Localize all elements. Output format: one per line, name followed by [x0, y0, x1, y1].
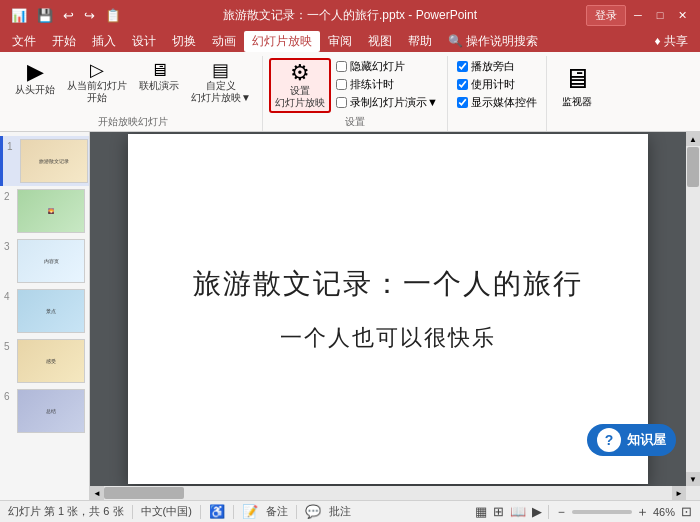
menu-view[interactable]: 视图: [360, 31, 400, 52]
zoom-slider[interactable]: [572, 510, 632, 514]
title-bar-controls: 登录 ─ □ ✕: [586, 5, 692, 26]
save-icon[interactable]: 💾: [34, 8, 56, 23]
checkbox-hide-slide[interactable]: 隐藏幻灯片: [333, 58, 441, 75]
scroll-thumb-h[interactable]: [104, 487, 184, 499]
h-scrollbar[interactable]: ◄ ►: [90, 486, 686, 500]
view-normal-icon[interactable]: ▦: [475, 504, 487, 519]
menu-animation[interactable]: 动画: [204, 31, 244, 52]
comments-icon[interactable]: 💬: [305, 504, 321, 519]
slide-thumb-3[interactable]: 3 内容页: [0, 236, 89, 286]
scroll-left-btn[interactable]: ◄: [90, 486, 104, 500]
app-icon: 📊: [8, 8, 30, 23]
ribbon-small-btns-playback: 播放旁白 使用计时 显示媒体控件: [454, 58, 540, 111]
zoom-out-icon[interactable]: －: [555, 503, 568, 521]
menu-bar: 文件 开始 插入 设计 切换 动画 幻灯片放映 审阅 视图 帮助 🔍 操作说明搜…: [0, 30, 700, 52]
btn-monitor[interactable]: 🖥 监视器: [558, 58, 596, 113]
checkbox-rehearse[interactable]: 排练计时: [333, 76, 441, 93]
media-checkbox[interactable]: [457, 97, 468, 108]
bottom-scroll-area: ◄ ►: [90, 486, 700, 500]
slide-thumb-2[interactable]: 2 🌄: [0, 186, 89, 236]
timings-checkbox[interactable]: [457, 79, 468, 90]
comments-label[interactable]: 批注: [329, 504, 351, 519]
checkbox-use-timings[interactable]: 使用计时: [454, 76, 540, 93]
slide-thumb-4[interactable]: 4 景点: [0, 286, 89, 336]
zoom-in-icon[interactable]: ＋: [636, 503, 649, 521]
hide-slide-checkbox[interactable]: [336, 61, 347, 72]
scroll-down-btn[interactable]: ▼: [686, 472, 700, 486]
zoom-level[interactable]: 46%: [653, 506, 675, 518]
from-start-icon: ▶: [27, 61, 44, 83]
slide-main-row: 旅游散文记录：一个人的旅行 一个人也可以很快乐 ? 知识屋 ▲ ▼: [90, 132, 700, 486]
login-button[interactable]: 登录: [586, 5, 626, 26]
language-indicator[interactable]: 中文(中国): [141, 504, 192, 519]
status-bar-right: ▦ ⊞ 📖 ▶ － ＋ 46% ⊡: [475, 503, 692, 521]
btn-online-present[interactable]: 🖥 联机演示: [134, 58, 184, 95]
menu-transition[interactable]: 切换: [164, 31, 204, 52]
checkbox-record[interactable]: 录制幻灯片演示▼: [333, 94, 441, 111]
scroll-track-h[interactable]: [104, 486, 672, 500]
btn-from-start[interactable]: ▶ 从头开始: [10, 58, 60, 99]
close-button[interactable]: ✕: [672, 6, 692, 24]
slide-preview-6: 总结: [17, 389, 85, 433]
menu-file[interactable]: 文件: [4, 31, 44, 52]
narrations-label: 播放旁白: [471, 59, 515, 74]
ribbon-group-settings-btns: ⚙ 设置幻灯片放映 隐藏幻灯片 排练计时 录制幻灯片演示▼: [269, 58, 441, 113]
checkbox-show-media[interactable]: 显示媒体控件: [454, 94, 540, 111]
slide-num-2: 2: [4, 191, 14, 202]
view-slide-sorter-icon[interactable]: ⊞: [493, 504, 504, 519]
menu-design[interactable]: 设计: [124, 31, 164, 52]
slide-panel: 1 旅游散文记录 2 🌄 3 内容页 4 景点 5 感受: [0, 132, 90, 500]
rehearse-checkbox[interactable]: [336, 79, 347, 90]
slide-thumb-1[interactable]: 1 旅游散文记录: [0, 136, 89, 186]
scroll-track-v[interactable]: [686, 146, 700, 472]
undo-icon[interactable]: ↩: [60, 8, 77, 23]
slide-title: 旅游散文记录：一个人的旅行: [193, 265, 583, 303]
record-checkbox[interactable]: [336, 97, 347, 108]
menu-review[interactable]: 审阅: [320, 31, 360, 52]
main-area: 1 旅游散文记录 2 🌄 3 内容页 4 景点 5 感受: [0, 132, 700, 500]
menu-search[interactable]: 🔍 操作说明搜索: [440, 31, 546, 52]
btn-custom-slide[interactable]: ▤ 自定义幻灯片放映▼: [186, 58, 256, 107]
scroll-right-btn[interactable]: ►: [672, 486, 686, 500]
scroll-thumb-v[interactable]: [687, 147, 699, 187]
btn-setup-show[interactable]: ⚙ 设置幻灯片放映: [269, 58, 331, 113]
zoom-control: － ＋ 46%: [555, 503, 675, 521]
scroll-up-btn[interactable]: ▲: [686, 132, 700, 146]
narrations-checkbox[interactable]: [457, 61, 468, 72]
btn-from-current[interactable]: ▷ 从当前幻灯片开始: [62, 58, 132, 107]
slide-num-1: 1: [7, 141, 17, 152]
redo-icon[interactable]: ↪: [81, 8, 98, 23]
menu-insert[interactable]: 插入: [84, 31, 124, 52]
slide-num-3: 3: [4, 241, 14, 252]
checkbox-play-narrations[interactable]: 播放旁白: [454, 58, 540, 75]
fit-slide-icon[interactable]: ⊡: [681, 504, 692, 519]
v-scrollbar[interactable]: ▲ ▼: [686, 132, 700, 486]
slide-thumb-5[interactable]: 5 感受: [0, 336, 89, 386]
menu-start[interactable]: 开始: [44, 31, 84, 52]
separator-3: [233, 505, 234, 519]
restore-button[interactable]: □: [650, 6, 670, 24]
slide-canvas: 旅游散文记录：一个人的旅行 一个人也可以很快乐: [128, 134, 648, 484]
window-title: 旅游散文记录：一个人的旅行.pptx - PowerPoint: [223, 7, 477, 24]
slide-subtitle: 一个人也可以很快乐: [280, 323, 496, 353]
slide-preview-content-2: 🌄: [46, 206, 56, 216]
notes-label[interactable]: 备注: [266, 504, 288, 519]
view-reading-icon[interactable]: 📖: [510, 504, 526, 519]
clipboard-icon[interactable]: 📋: [102, 8, 124, 23]
slide-num-6: 6: [4, 391, 14, 402]
accessibility-icon[interactable]: ♿: [209, 504, 225, 519]
notes-icon[interactable]: 📝: [242, 504, 258, 519]
ribbon-group-start-btns: ▶ 从头开始 ▷ 从当前幻灯片开始 🖥 联机演示 ▤ 自定义幻灯片放映▼: [10, 58, 256, 113]
online-present-label: 联机演示: [139, 80, 179, 92]
ribbon-small-btns-settings: 隐藏幻灯片 排练计时 录制幻灯片演示▼: [333, 58, 441, 111]
minimize-button[interactable]: ─: [628, 6, 648, 24]
menu-help[interactable]: 帮助: [400, 31, 440, 52]
slide-view[interactable]: 旅游散文记录：一个人的旅行 一个人也可以很快乐 ? 知识屋: [90, 132, 686, 486]
from-current-label: 从当前幻灯片开始: [67, 80, 127, 104]
menu-share[interactable]: ♦ 共享: [647, 31, 696, 52]
menu-slideshow[interactable]: 幻灯片放映: [244, 31, 320, 52]
view-slideshow-icon[interactable]: ▶: [532, 504, 542, 519]
ribbon-group-playback-btns: 播放旁白 使用计时 显示媒体控件: [454, 58, 540, 127]
slide-thumb-6[interactable]: 6 总结: [0, 386, 89, 436]
slide-preview-content-1: 旅游散文记录: [37, 156, 71, 166]
